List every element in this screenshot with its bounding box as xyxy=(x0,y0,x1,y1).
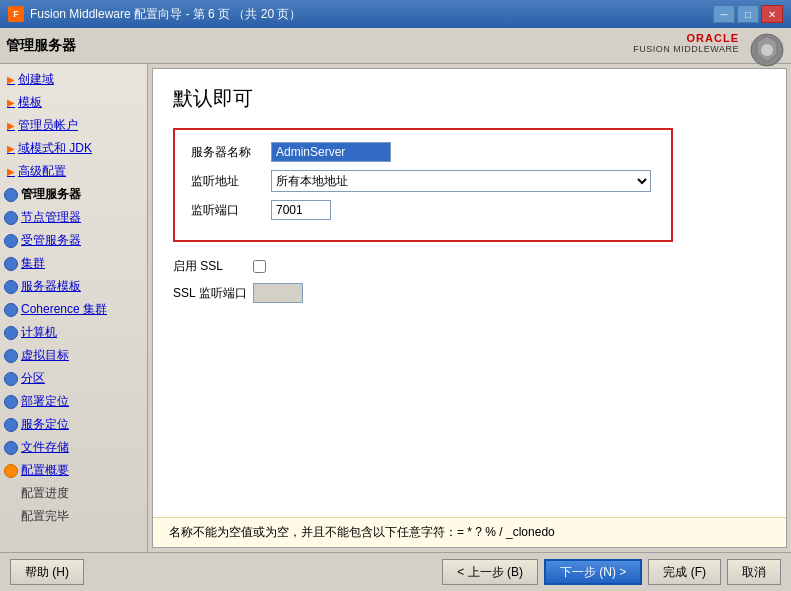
sidebar-item-admin-account[interactable]: ▶ 管理员帐户 xyxy=(0,114,147,137)
arrow-icon: ▶ xyxy=(4,73,18,87)
panel-title: 默认即可 xyxy=(153,69,786,124)
close-button[interactable]: ✕ xyxy=(761,5,783,23)
back-button[interactable]: < 上一步 (B) xyxy=(442,559,538,585)
dot-icon xyxy=(4,510,18,524)
note-text: 名称不能为空值或为空，并且不能包含以下任意字符：= * ? % / _clone… xyxy=(169,525,555,539)
sidebar-item-node-manager[interactable]: 节点管理器 xyxy=(0,206,147,229)
sidebar-item-server-template[interactable]: 服务器模板 xyxy=(0,275,147,298)
ssl-listen-port-label: SSL 监听端口 xyxy=(173,285,253,302)
oracle-logo: ORACLE FUSION MIDDLEWARE xyxy=(633,32,739,59)
arrow-icon: ▶ xyxy=(4,119,18,133)
arrow-icon: ▶ xyxy=(4,165,18,179)
dot-icon xyxy=(4,464,18,478)
listen-port-input[interactable] xyxy=(271,200,331,220)
server-name-label: 服务器名称 xyxy=(191,144,271,161)
footer: 帮助 (H) < 上一步 (B) 下一步 (N) > 完成 (F) 取消 xyxy=(0,552,791,591)
listen-port-row: 监听端口 xyxy=(191,200,655,220)
arrow-icon: ▶ xyxy=(4,96,18,110)
sidebar-item-config-progress: 配置进度 xyxy=(0,482,147,505)
enable-ssl-row: 启用 SSL xyxy=(173,258,766,275)
sidebar-item-managed-server[interactable]: 受管服务器 xyxy=(0,229,147,252)
title-bar-controls: ─ □ ✕ xyxy=(713,5,783,23)
listen-port-label: 监听端口 xyxy=(191,202,271,219)
dot-icon xyxy=(4,280,18,294)
ssl-port-row: SSL 监听端口 xyxy=(173,283,766,303)
sidebar-item-partition[interactable]: 分区 xyxy=(0,367,147,390)
svg-point-2 xyxy=(761,44,773,56)
sidebar-item-create-domain[interactable]: ▶ 创建域 xyxy=(0,68,147,91)
dot-icon xyxy=(4,303,18,317)
content-area: ▶ 创建域 ▶ 模板 ▶ 管理员帐户 ▶ 域模式和 JDK ▶ 高级配置 管理服… xyxy=(0,64,791,552)
window-header: 管理服务器 ORACLE FUSION MIDDLEWARE xyxy=(0,28,791,64)
dot-icon xyxy=(4,372,18,386)
app-icon: F xyxy=(8,6,24,22)
window-header-title: 管理服务器 xyxy=(6,32,633,59)
enable-ssl-label: 启用 SSL xyxy=(173,258,253,275)
listen-address-row: 监听地址 所有本地地址 xyxy=(191,170,655,192)
dot-icon xyxy=(4,349,18,363)
panel-content: 服务器名称 监听地址 所有本地地址 监听端口 xyxy=(153,124,786,509)
enable-ssl-checkbox[interactable] xyxy=(253,260,266,273)
dot-icon xyxy=(4,441,18,455)
oracle-brand: ORACLE xyxy=(687,32,739,44)
server-name-input[interactable] xyxy=(271,142,391,162)
dot-icon xyxy=(4,418,18,432)
sidebar-item-config-complete: 配置完毕 xyxy=(0,505,147,528)
oracle-shield-icon xyxy=(749,32,785,68)
next-button[interactable]: 下一步 (N) > xyxy=(544,559,642,585)
dot-icon xyxy=(4,257,18,271)
ssl-port-input[interactable] xyxy=(253,283,303,303)
title-bar: F Fusion Middleware 配置向导 - 第 6 页 （共 20 页… xyxy=(0,0,791,28)
server-name-row: 服务器名称 xyxy=(191,142,655,162)
listen-address-label: 监听地址 xyxy=(191,173,271,190)
sidebar-item-deployment-targeting[interactable]: 部署定位 xyxy=(0,390,147,413)
note-bar: 名称不能为空值或为空，并且不能包含以下任意字符：= * ? % / _clone… xyxy=(153,517,786,547)
arrow-icon: ▶ xyxy=(4,142,18,156)
dot-icon xyxy=(4,188,18,202)
oracle-sub: FUSION MIDDLEWARE xyxy=(633,44,739,54)
finish-button[interactable]: 完成 (F) xyxy=(648,559,721,585)
main-panel: 默认即可 服务器名称 监听地址 所有本地地址 xyxy=(152,68,787,548)
sidebar-item-service-targeting[interactable]: 服务定位 xyxy=(0,413,147,436)
sidebar-item-file-store[interactable]: 文件存储 xyxy=(0,436,147,459)
sidebar-item-virtual-target[interactable]: 虚拟目标 xyxy=(0,344,147,367)
dot-icon xyxy=(4,395,18,409)
dot-icon xyxy=(4,234,18,248)
maximize-button[interactable]: □ xyxy=(737,5,759,23)
title-bar-text: Fusion Middleware 配置向导 - 第 6 页 （共 20 页） xyxy=(30,6,713,23)
dot-icon xyxy=(4,326,18,340)
listen-address-select[interactable]: 所有本地地址 xyxy=(271,170,651,192)
sidebar-item-domain-jdk[interactable]: ▶ 域模式和 JDK xyxy=(0,137,147,160)
sidebar-item-config-overview[interactable]: 配置概要 xyxy=(0,459,147,482)
main-window: 管理服务器 ORACLE FUSION MIDDLEWARE ▶ 创建域 ▶ 模… xyxy=(0,28,791,591)
sidebar-item-advanced-config[interactable]: ▶ 高级配置 xyxy=(0,160,147,183)
help-button[interactable]: 帮助 (H) xyxy=(10,559,84,585)
sidebar: ▶ 创建域 ▶ 模板 ▶ 管理员帐户 ▶ 域模式和 JDK ▶ 高级配置 管理服… xyxy=(0,64,148,552)
dot-icon xyxy=(4,487,18,501)
sidebar-item-machine[interactable]: 计算机 xyxy=(0,321,147,344)
sidebar-item-admin-server: 管理服务器 xyxy=(0,183,147,206)
cancel-button[interactable]: 取消 xyxy=(727,559,781,585)
sidebar-item-cluster[interactable]: 集群 xyxy=(0,252,147,275)
dot-icon xyxy=(4,211,18,225)
minimize-button[interactable]: ─ xyxy=(713,5,735,23)
sidebar-item-templates[interactable]: ▶ 模板 xyxy=(0,91,147,114)
sidebar-item-coherence-cluster[interactable]: Coherence 集群 xyxy=(0,298,147,321)
form-section: 服务器名称 监听地址 所有本地地址 监听端口 xyxy=(173,128,673,242)
